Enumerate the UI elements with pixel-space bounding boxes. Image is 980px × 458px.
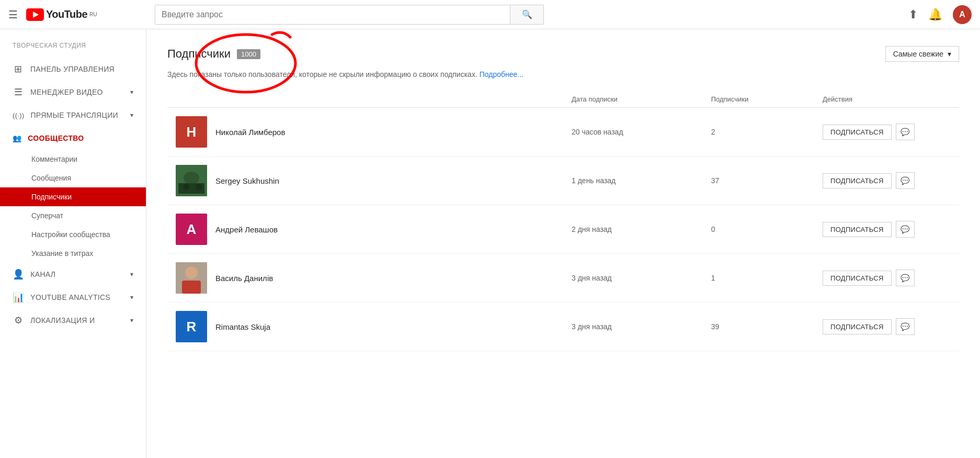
header-left: ☰ YouTubeRU xyxy=(8,8,155,21)
sidebar-item-label: YOUTUBE ANALYTICS xyxy=(30,293,110,301)
table-row: R Rimantas Skuja 3 дня назад 39 Подписат… xyxy=(167,303,959,351)
svg-point-7 xyxy=(196,184,202,190)
avatar: R xyxy=(176,311,207,342)
sidebar-item-label: ПРЯМЫЕ ТРАНСЛЯЦИИ xyxy=(30,111,118,119)
message-button[interactable]: 💬 xyxy=(896,270,915,286)
chevron-down-icon: ▾ xyxy=(130,294,133,301)
message-icon: 💬 xyxy=(901,322,909,331)
studio-title: ТВОРЧЕСКАЯ СТУДИЯ xyxy=(0,38,146,58)
sidebar-item-analytics[interactable]: 📊 YOUTUBE ANALYTICS ▾ xyxy=(0,286,146,309)
subscribe-button[interactable]: Подписаться xyxy=(823,271,892,286)
user-cell: Василь Данилів xyxy=(176,262,555,294)
sidebar-sub-credits[interactable]: Указание в титрах xyxy=(0,244,146,263)
subscription-date: 1 день назад xyxy=(563,157,703,205)
live-icon: ((·)) xyxy=(13,111,24,119)
message-button[interactable]: 💬 xyxy=(896,172,915,189)
youtube-logo[interactable]: YouTubeRU xyxy=(26,8,97,21)
header-right: ⬆ 🔔 А xyxy=(908,5,972,24)
th-user xyxy=(167,91,563,108)
table-header: Дата подписки Подписчики Действия xyxy=(167,91,959,108)
subscriber-count: 37 xyxy=(703,157,814,205)
video-manager-icon: ☰ xyxy=(13,86,24,98)
th-date: Дата подписки xyxy=(563,91,703,108)
table-row: Василь Данилів 3 дня назад 1 Подписаться… xyxy=(167,254,959,303)
user-name: Sergey Sukhushin xyxy=(215,176,279,185)
hamburger-icon[interactable]: ☰ xyxy=(8,8,18,21)
user-name: Василь Данилів xyxy=(215,274,273,283)
user-name: Rimantas Skuja xyxy=(215,322,270,331)
search-input-wrap xyxy=(155,5,510,25)
avatar: Н xyxy=(176,116,207,148)
sidebar-item-label: КАНАЛ xyxy=(30,270,55,278)
th-actions: Действия xyxy=(814,91,959,108)
sidebar-item-label: ПАНЕЛЬ УПРАВЛЕНИЯ xyxy=(30,65,115,73)
subscriber-count: 1 xyxy=(703,254,814,303)
message-button[interactable]: 💬 xyxy=(896,221,915,238)
table-row: А Андрей Левашов 2 дня назад 0 Подписать… xyxy=(167,205,959,254)
chevron-down-icon: ▾ xyxy=(948,50,951,58)
subscription-date: 3 дня назад xyxy=(563,254,703,303)
community-icon: 👥 xyxy=(13,134,21,142)
svg-point-4 xyxy=(184,172,199,184)
yt-icon xyxy=(26,8,44,21)
subscription-date: 3 дня назад xyxy=(563,303,703,351)
sidebar-item-label: ЛОКАЛИЗАЦИЯ И xyxy=(30,316,95,325)
sidebar-sub-superchat[interactable]: Суперчат xyxy=(0,206,146,225)
search-input[interactable] xyxy=(155,5,510,24)
chevron-down-icon: ▾ xyxy=(130,88,133,96)
sidebar-sub-comments[interactable]: Комментарии xyxy=(0,150,146,169)
bell-icon[interactable]: 🔔 xyxy=(928,8,942,21)
svg-point-2 xyxy=(196,35,295,92)
subscription-date: 20 часов назад xyxy=(563,108,703,157)
upload-icon[interactable]: ⬆ xyxy=(908,8,918,21)
table-row: Н Николай Лимберов 20 часов назад 2 Подп… xyxy=(167,108,959,157)
youtube-wordmark: YouTube xyxy=(46,8,87,20)
info-text: Здесь показаны только пользователи, кото… xyxy=(167,70,959,79)
sidebar-item-video-manager[interactable]: ☰ МЕНЕДЖЕР ВИДЕО ▾ xyxy=(0,81,146,104)
table-row: Sergey Sukhushin 1 день назад 37 Подписа… xyxy=(167,157,959,205)
page-header: Подписчики 1000 Самые свежие ▾ xyxy=(167,46,959,62)
subscribe-button[interactable]: Подписаться xyxy=(823,125,892,140)
sort-label: Самые свежие xyxy=(893,50,943,58)
actions-cell: Подписаться 💬 xyxy=(823,318,951,335)
avatar: А xyxy=(176,214,207,245)
chevron-down-icon: ▾ xyxy=(130,271,133,278)
sidebar-item-live[interactable]: ((·)) ПРЯМЫЕ ТРАНСЛЯЦИИ ▾ xyxy=(0,104,146,127)
sidebar-item-label: МЕНЕДЖЕР ВИДЕО xyxy=(30,88,103,96)
message-button[interactable]: 💬 xyxy=(896,124,915,140)
message-icon: 💬 xyxy=(901,274,909,282)
dashboard-icon: ⊞ xyxy=(13,63,24,75)
svg-rect-10 xyxy=(182,281,201,294)
search-icon: 🔍 xyxy=(522,9,532,19)
localization-icon: ⚙ xyxy=(13,315,24,326)
search-button[interactable]: 🔍 xyxy=(510,5,544,25)
subscribe-button[interactable]: Подписаться xyxy=(823,173,892,188)
channel-icon: 👤 xyxy=(13,269,24,280)
message-button[interactable]: 💬 xyxy=(896,318,915,335)
subscriber-count: 0 xyxy=(703,205,814,254)
sidebar-item-community[interactable]: 👥 СООБЩЕСТВО xyxy=(0,127,146,150)
message-icon: 💬 xyxy=(901,176,909,185)
chevron-down-icon: ▾ xyxy=(130,317,133,324)
subscribers-table: Дата подписки Подписчики Действия Н Нико… xyxy=(167,91,959,351)
user-name: Андрей Левашов xyxy=(215,225,278,234)
sidebar-item-dashboard[interactable]: ⊞ ПАНЕЛЬ УПРАВЛЕНИЯ xyxy=(0,58,146,81)
sort-dropdown[interactable]: Самые свежие ▾ xyxy=(885,46,959,62)
subscribe-button[interactable]: Подписаться xyxy=(823,319,892,334)
sidebar-sub-messages[interactable]: Сообщения xyxy=(0,169,146,187)
sidebar-sub-subscribers[interactable]: Подписчики xyxy=(0,187,146,206)
analytics-icon: 📊 xyxy=(13,292,24,303)
avatar[interactable]: А xyxy=(953,5,972,24)
subscriber-count: 2 xyxy=(703,108,814,157)
subscribe-button[interactable]: Подписаться xyxy=(823,222,892,237)
user-name: Николай Лимберов xyxy=(215,128,285,137)
sidebar-item-localization[interactable]: ⚙ ЛОКАЛИЗАЦИЯ И ▾ xyxy=(0,309,146,332)
subscription-date: 2 дня назад xyxy=(563,205,703,254)
sidebar-item-channel[interactable]: 👤 КАНАЛ ▾ xyxy=(0,263,146,286)
actions-cell: Подписаться 💬 xyxy=(823,221,951,238)
info-link[interactable]: Подробнее... xyxy=(480,70,523,79)
sidebar-sub-community-settings[interactable]: Настройки сообщества xyxy=(0,225,146,244)
actions-cell: Подписаться 💬 xyxy=(823,270,951,286)
sidebar-section-label: СООБЩЕСТВО xyxy=(28,134,84,142)
page-title-area: Подписчики 1000 xyxy=(167,47,260,61)
